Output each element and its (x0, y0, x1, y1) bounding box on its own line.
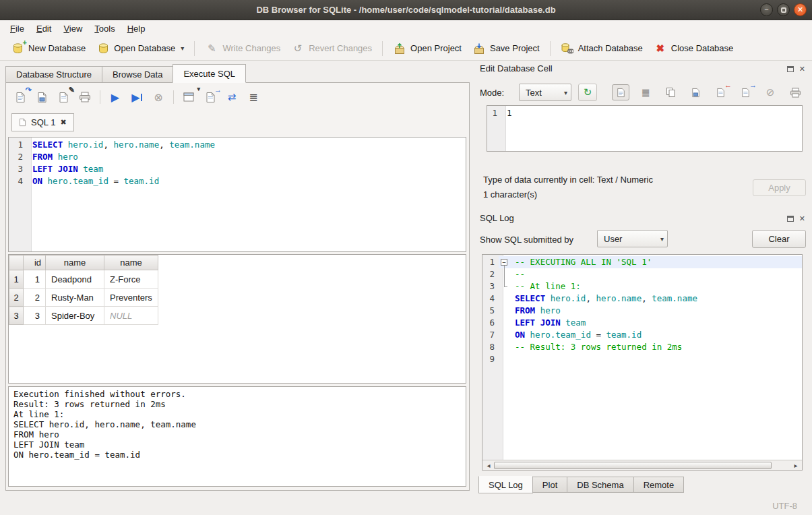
apply-button: Apply (753, 179, 806, 196)
open-sql-file-icon[interactable]: ↷ (11, 89, 29, 105)
mode-select[interactable]: Text ▾ (519, 84, 571, 101)
close-button[interactable]: ✕ (794, 3, 807, 16)
line-number: 2 (9, 151, 27, 163)
save-sql-file-icon[interactable] (33, 89, 51, 105)
save-project-button[interactable]: Save Project (467, 39, 545, 57)
cell-team[interactable]: Preventers (104, 289, 158, 307)
column-header-name[interactable]: name (46, 255, 104, 270)
menu-help[interactable]: Help (121, 22, 152, 36)
dock-float-icon[interactable] (787, 66, 794, 72)
clear-log-button[interactable]: Clear (752, 230, 806, 248)
save-sql-file-as-icon[interactable]: ✎ (55, 89, 72, 105)
line-number: 6 (482, 317, 499, 329)
message-line: Execution finished without errors. (13, 389, 461, 399)
results-grid[interactable]: id name name 1 1 Deadpond Z-Force 2 2 Ru… (8, 254, 466, 384)
line-number: 1 (482, 256, 499, 268)
dock-close-icon[interactable]: ✕ (799, 65, 805, 73)
copy-cell-icon[interactable] (662, 84, 679, 100)
code-line: 2-- (482, 268, 802, 280)
maximize-button[interactable] (777, 3, 790, 16)
find-replace-icon[interactable]: ⇄ (223, 89, 241, 105)
maximize-icon (781, 7, 786, 13)
execute-sql-panel: ↷ ✎ ▶ ▶ ⊗ (5, 82, 470, 491)
open-database-dropdown-icon[interactable]: ▾ (179, 44, 184, 52)
menu-view[interactable]: View (57, 22, 88, 36)
word-wrap-cell-icon[interactable]: ≣ (637, 84, 654, 100)
cell-name[interactable]: Deadpond (46, 270, 104, 289)
main-toolbar: + New Database Open Database ▾ ✎ Write C… (0, 36, 812, 61)
tab-db-schema[interactable]: DB Schema (567, 477, 633, 493)
fold-guide (499, 317, 509, 329)
horizontal-scrollbar[interactable]: ◂ ▸ (482, 460, 802, 470)
code-line: 3LEFT JOIN team (9, 163, 466, 175)
table-row: 3 3 Spider-Boy NULL (9, 307, 158, 325)
dock-close-icon[interactable]: ✕ (799, 214, 805, 223)
cell-editor[interactable]: 1 1 (487, 105, 803, 152)
open-in-new-tab-icon[interactable]: ▾ (180, 89, 197, 105)
print-icon[interactable] (76, 89, 94, 105)
execute-current-line-icon[interactable]: ▶ (128, 89, 146, 105)
execute-all-icon[interactable]: ▶ (106, 89, 124, 105)
sql-tab-bar: SQL 1 ✖ (11, 113, 74, 131)
main-tab-bar: Database Structure Browse Data Execute S… (5, 64, 246, 83)
row-header[interactable]: 1 (9, 270, 24, 289)
row-header[interactable]: 3 (9, 307, 24, 325)
cell-id[interactable]: 1 (24, 270, 46, 289)
text-view-icon[interactable] (612, 84, 629, 100)
sql-log-filter-select[interactable]: User ▾ (597, 230, 668, 247)
scrollbar-track[interactable] (772, 462, 790, 469)
tab-database-structure[interactable]: Database Structure (5, 66, 102, 83)
cell-name[interactable]: Rusty-Man (46, 289, 104, 307)
save-project-icon (472, 42, 486, 55)
tab-sql-log[interactable]: SQL Log (478, 476, 533, 493)
sql-tab-close-icon[interactable]: ✖ (60, 118, 66, 127)
scroll-left-icon[interactable]: ◂ (483, 461, 494, 470)
cell-id[interactable]: 2 (24, 289, 46, 307)
menu-edit[interactable]: Edit (30, 22, 57, 36)
tab-execute-sql[interactable]: Execute SQL (173, 64, 246, 83)
code-line: 1−-- EXECUTING ALL IN 'SQL 1' (482, 256, 802, 268)
cell-name[interactable]: Spider-Boy (46, 307, 104, 325)
sql-log-view[interactable]: 1−-- EXECUTING ALL IN 'SQL 1'2--3-- At l… (482, 255, 802, 460)
fold-marker-icon[interactable]: − (499, 256, 509, 268)
close-database-button[interactable]: ✖ Close Database (648, 39, 739, 57)
sql-document-icon (19, 118, 26, 127)
close-database-label: Close Database (671, 43, 734, 53)
open-project-button[interactable]: Open Project (387, 39, 467, 57)
open-database-icon (96, 42, 110, 55)
titlebar[interactable]: DB Browser for SQLite - /home/user/code/… (0, 0, 812, 20)
auto-switch-mode-button[interactable]: ↻ (578, 84, 597, 101)
minimize-button[interactable]: − (760, 3, 773, 16)
tab-remote[interactable]: Remote (633, 477, 685, 493)
scrollbar-thumb[interactable] (494, 462, 772, 469)
line-number: 9 (482, 353, 499, 365)
export-cell-icon[interactable]: → (737, 84, 754, 100)
menu-tools[interactable]: Tools (88, 22, 121, 36)
mode-value: Text (526, 88, 542, 98)
word-wrap-icon[interactable]: ≣ (245, 89, 262, 105)
cell-size-info: 1 character(s) (483, 189, 537, 200)
new-database-button[interactable]: + New Database (5, 39, 91, 57)
column-header-id[interactable]: id (24, 255, 46, 270)
attach-database-button[interactable]: Attach Database (555, 39, 648, 57)
sql-tab-label: SQL 1 (31, 117, 55, 127)
fold-guide (499, 280, 509, 293)
menu-file[interactable]: File (4, 22, 30, 36)
tab-browse-data[interactable]: Browse Data (102, 66, 173, 83)
cell-team[interactable]: Z-Force (104, 270, 158, 289)
tab-plot[interactable]: Plot (532, 477, 567, 493)
row-header[interactable]: 2 (9, 289, 24, 307)
sql-editor[interactable]: 1SELECT hero.id, hero.name, team.name2FR… (8, 137, 466, 252)
fold-guide (499, 329, 509, 341)
import-cell-icon[interactable]: ← (712, 84, 729, 100)
column-header-name2[interactable]: name (104, 255, 158, 270)
export-results-icon[interactable]: → (201, 89, 219, 105)
save-cell-icon[interactable] (687, 84, 704, 100)
sql-tab-sql1[interactable]: SQL 1 ✖ (11, 113, 74, 131)
cell-team-null[interactable]: NULL (104, 307, 158, 325)
open-database-button[interactable]: Open Database ▾ (91, 39, 189, 57)
print-cell-icon[interactable] (786, 84, 804, 100)
cell-id[interactable]: 3 (24, 307, 46, 325)
dock-float-icon[interactable] (787, 216, 794, 222)
scroll-right-icon[interactable]: ▸ (790, 461, 801, 470)
